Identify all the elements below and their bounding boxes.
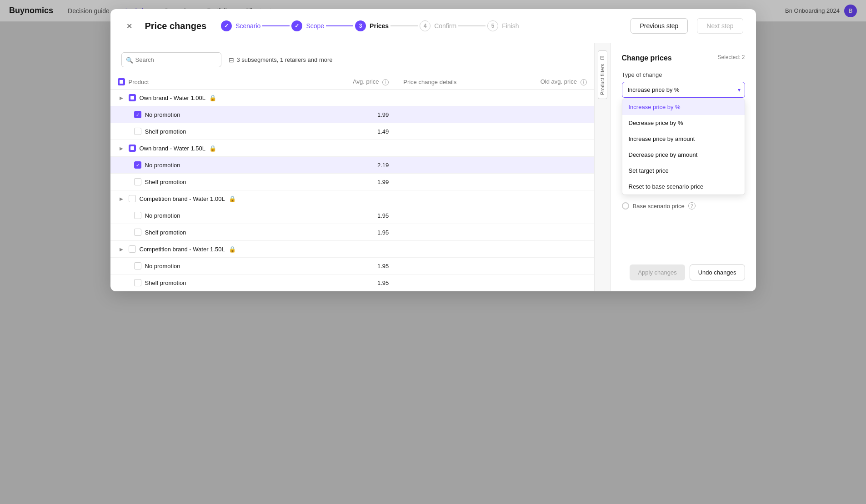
- row1-2-change: [396, 123, 506, 140]
- group-row: ▶ Competition brand - Water 1.50L 🔒: [110, 241, 594, 258]
- group-row: ▶ Own brand - Water 1.50L 🔒: [110, 140, 594, 157]
- data-table: Product Avg. price i Price change detail…: [110, 75, 594, 291]
- row2-1-checkbox[interactable]: ✓: [134, 161, 141, 169]
- step-label-scope: Scope: [306, 22, 324, 30]
- right-panel: Change prices Selected: 2 Type of change…: [611, 43, 756, 291]
- step-circle-scenario: ✓: [221, 20, 232, 31]
- modal: ✕ Price changes ✓ Scenario ✓ Scope: [110, 9, 756, 291]
- th-avg-price: Avg. price i: [319, 75, 396, 90]
- table-header-row: Product Avg. price i Price change detail…: [110, 75, 594, 90]
- row1-1-name: No promotion: [145, 111, 180, 118]
- expand-btn-3[interactable]: ▶: [118, 195, 125, 202]
- type-of-change-select[interactable]: Increase price by %: [622, 82, 745, 98]
- filter-text: 3 subsegments, 1 retailers and more: [237, 56, 333, 63]
- row2-2-name: Shelf promotion: [145, 179, 186, 185]
- row1-2-checkbox[interactable]: [134, 128, 141, 135]
- step-circle-finish: 5: [487, 20, 498, 31]
- filter-vertical-icon: ⊟: [600, 55, 605, 61]
- step-finish: 5 Finish: [487, 20, 519, 31]
- row4-2-old-price: [506, 274, 594, 291]
- apply-changes-button[interactable]: Apply changes: [630, 264, 685, 280]
- row3-2-name: Shelf promotion: [145, 229, 186, 236]
- row1-2-old-price: [506, 123, 594, 140]
- row2-2-checkbox[interactable]: [134, 178, 141, 185]
- base-scenario-help-icon[interactable]: ?: [688, 202, 696, 210]
- table-row: Shelf promotion 1.99: [110, 174, 594, 190]
- step-circle-confirm: 4: [420, 20, 430, 31]
- type-of-change-select-wrap: Increase price by % ▾: [622, 82, 745, 98]
- connector-3: [390, 25, 418, 26]
- row2-1-price: 2.19: [319, 157, 396, 174]
- expand-btn-1[interactable]: ▶: [118, 94, 125, 101]
- dropdown-item-set-target[interactable]: Set target price: [622, 163, 745, 179]
- row2-2-old-price: [506, 174, 594, 190]
- row4-1-checkbox[interactable]: [134, 262, 141, 269]
- th-product: Product: [110, 75, 319, 90]
- row1-1-checkbox[interactable]: ✓: [134, 111, 141, 118]
- group-row: ▶ Competition brand - Water 1.00L 🔒: [110, 190, 594, 207]
- row2-2-change: [396, 174, 506, 190]
- table-row: No promotion 1.95: [110, 258, 594, 274]
- dropdown-list: Increase price by % Decrease price by % …: [622, 99, 745, 195]
- step-scenario: ✓ Scenario: [221, 20, 260, 31]
- search-filter-row: 🔍 ⊟ 3 subsegments, 1 retailers and more: [110, 52, 594, 75]
- row1-1-change: [396, 106, 506, 123]
- next-step-button[interactable]: Next step: [697, 18, 743, 34]
- lock-icon-1[interactable]: 🔒: [209, 95, 216, 101]
- panel-footer: Apply changes Undo changes: [622, 255, 745, 280]
- row1-1-price: 1.99: [319, 106, 396, 123]
- row3-2-checkbox[interactable]: [134, 229, 141, 236]
- product-filters-sidebar: ⊟ Product filters: [594, 43, 611, 291]
- select-all-checkbox[interactable]: [118, 78, 125, 85]
- avg-price-info-icon: i: [382, 79, 389, 85]
- previous-step-button[interactable]: Previous step: [631, 18, 688, 34]
- product-filters-button[interactable]: ⊟ Product filters: [598, 50, 607, 99]
- row4-2-change: [396, 274, 506, 291]
- row4-1-name: No promotion: [145, 263, 180, 269]
- modal-close-button[interactable]: ✕: [123, 20, 136, 32]
- th-old-avg-price: Old avg. price i: [506, 75, 594, 90]
- search-input[interactable]: [121, 52, 221, 67]
- table-row: Shelf promotion 1.95: [110, 224, 594, 241]
- group2-checkbox[interactable]: [129, 145, 136, 152]
- step-label-scenario: Scenario: [235, 22, 260, 30]
- row3-1-price: 1.95: [319, 207, 396, 224]
- row4-2-name: Shelf promotion: [145, 279, 186, 286]
- type-of-change-label: Type of change: [622, 71, 745, 78]
- search-input-wrap: 🔍: [121, 52, 221, 67]
- group2-name: Own brand - Water 1.50L: [140, 145, 205, 152]
- row1-1-old-price: [506, 106, 594, 123]
- lock-icon-4[interactable]: 🔒: [229, 246, 236, 253]
- product-filters-label: Product filters: [600, 64, 605, 95]
- expand-btn-4[interactable]: ▶: [118, 245, 125, 253]
- undo-changes-button[interactable]: Undo changes: [690, 264, 745, 280]
- dropdown-item-decrease-amount[interactable]: Decrease price by amount: [622, 147, 745, 163]
- dropdown-item-increase-amount[interactable]: Increase price by amount: [622, 131, 745, 147]
- row4-2-checkbox[interactable]: [134, 279, 141, 286]
- table-row: Shelf promotion 1.49: [110, 123, 594, 140]
- table-body: ▶ Own brand - Water 1.00L 🔒: [110, 90, 594, 291]
- dropdown-item-increase-pct[interactable]: Increase price by %: [622, 99, 745, 115]
- group3-checkbox[interactable]: [129, 195, 136, 202]
- table-row: ✓ No promotion 2.19: [110, 157, 594, 174]
- lock-icon-3[interactable]: 🔒: [229, 195, 236, 202]
- dropdown-item-reset[interactable]: Reset to base scenario price: [622, 179, 745, 195]
- lock-icon-2[interactable]: 🔒: [209, 145, 216, 152]
- old-avg-price-info-icon: i: [581, 79, 587, 85]
- row3-1-checkbox[interactable]: [134, 212, 141, 219]
- row1-2-price: 1.49: [319, 123, 396, 140]
- row3-1-old-price: [506, 207, 594, 224]
- table-row: Shelf promotion 1.95: [110, 274, 594, 291]
- row2-2-price: 1.99: [319, 174, 396, 190]
- group1-checkbox[interactable]: [129, 94, 136, 101]
- step-circle-scope: ✓: [291, 20, 302, 31]
- base-scenario-radio[interactable]: [622, 202, 629, 210]
- group4-checkbox[interactable]: [129, 245, 136, 253]
- row4-1-old-price: [506, 258, 594, 274]
- step-label-prices: Prices: [370, 22, 389, 30]
- step-confirm: 4 Confirm: [420, 20, 456, 31]
- dropdown-item-decrease-pct[interactable]: Decrease price by %: [622, 115, 745, 131]
- filter-icon: ⊟: [229, 56, 234, 64]
- th-price-change: Price change details: [396, 75, 506, 90]
- expand-btn-2[interactable]: ▶: [118, 145, 125, 152]
